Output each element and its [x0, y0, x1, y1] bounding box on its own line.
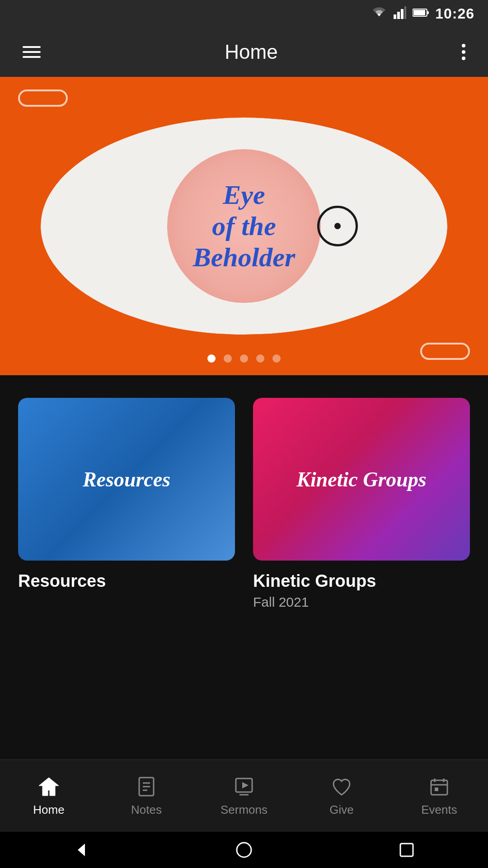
- carousel-dot-2[interactable]: [224, 354, 232, 363]
- eye-graphic: Eyeof theBeholder: [41, 118, 447, 335]
- svg-rect-6: [427, 11, 429, 14]
- carousel-dot-5[interactable]: [272, 354, 281, 363]
- app-bar: Home: [0, 27, 488, 77]
- kinetic-card-image: Kinetic Groups: [253, 398, 470, 561]
- nav-item-home[interactable]: Home: [0, 775, 98, 817]
- resources-card[interactable]: Resources Resources: [18, 398, 235, 610]
- wifi-icon: [371, 6, 387, 21]
- notes-icon: [135, 775, 158, 798]
- sermons-nav-label: Sermons: [221, 803, 267, 817]
- hamburger-menu-button[interactable]: [18, 42, 45, 62]
- carousel-dots: [207, 354, 281, 363]
- status-time: 10:26: [435, 5, 474, 22]
- resources-card-title: Resources: [18, 571, 235, 591]
- battery-icon: [413, 8, 429, 19]
- kinetic-groups-card[interactable]: Kinetic Groups Kinetic Groups Fall 2021: [253, 398, 470, 610]
- events-nav-label: Events: [421, 803, 457, 817]
- svg-rect-0: [394, 14, 396, 19]
- kinetic-card-subtitle: Fall 2021: [253, 594, 470, 610]
- nav-item-sermons[interactable]: Sermons: [195, 775, 293, 817]
- nav-item-notes[interactable]: Notes: [98, 775, 195, 817]
- signal-icon: [394, 6, 406, 21]
- cards-grid: Resources Resources Kinetic Groups Kinet…: [18, 398, 470, 610]
- svg-point-20: [237, 843, 251, 857]
- app-bar-title: Home: [225, 41, 277, 63]
- home-button[interactable]: [236, 842, 252, 858]
- home-nav-label: Home: [33, 803, 64, 817]
- notes-nav-label: Notes: [131, 803, 162, 817]
- recents-button[interactable]: [399, 842, 415, 858]
- svg-rect-14: [431, 780, 447, 795]
- svg-rect-2: [401, 9, 404, 19]
- eye-iris: Eyeof theBeholder: [167, 149, 321, 303]
- svg-rect-5: [413, 10, 425, 15]
- system-nav-bar: [0, 832, 488, 868]
- give-nav-label: Give: [329, 803, 353, 817]
- carousel-dot-3[interactable]: [240, 354, 248, 363]
- back-button[interactable]: [73, 842, 89, 858]
- eye-pupil-dot: [334, 223, 341, 229]
- resources-image-label: Resources: [74, 458, 179, 500]
- svg-rect-18: [435, 788, 438, 791]
- svg-marker-19: [78, 844, 85, 856]
- resources-card-image: Resources: [18, 398, 235, 561]
- kinetic-card-title: Kinetic Groups: [253, 571, 470, 591]
- hero-banner[interactable]: Eyeof theBeholder: [0, 77, 488, 375]
- eye-pupil: [317, 206, 358, 246]
- nav-item-events[interactable]: Events: [390, 775, 488, 817]
- svg-rect-3: [404, 6, 406, 19]
- svg-rect-21: [400, 844, 413, 856]
- home-icon: [37, 775, 61, 798]
- give-icon: [330, 775, 353, 798]
- carousel-dot-4[interactable]: [256, 354, 264, 363]
- pill-decoration-right: [420, 343, 470, 360]
- pill-decoration-left: [18, 90, 68, 107]
- carousel-dot-1[interactable]: [207, 354, 216, 363]
- status-bar: 10:26: [0, 0, 488, 27]
- svg-rect-1: [397, 12, 400, 19]
- bottom-nav: Home Notes Sermons: [0, 760, 488, 832]
- kinetic-image-label: Kinetic Groups: [287, 458, 436, 500]
- main-content: Resources Resources Kinetic Groups Kinet…: [0, 375, 488, 760]
- hero-text: Eyeof theBeholder: [193, 179, 296, 273]
- sermons-icon: [232, 775, 256, 798]
- svg-marker-12: [242, 782, 249, 788]
- events-icon: [427, 775, 451, 798]
- nav-item-give[interactable]: Give: [293, 775, 390, 817]
- more-options-button[interactable]: [457, 39, 470, 65]
